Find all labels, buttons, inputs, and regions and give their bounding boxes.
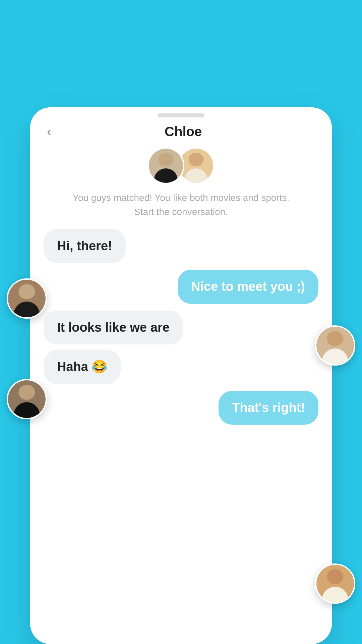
phone-notch: [158, 113, 204, 117]
floating-avatar-female-2: [315, 564, 355, 604]
message-bubble: Nice to meet you ;): [178, 270, 318, 304]
message-row: Haha 😂: [40, 350, 322, 384]
message-bubble: That's right!: [219, 391, 318, 425]
phone-frame: ‹ Chloe You guys matched! You like both …: [30, 107, 332, 644]
chat-header: ‹ Chloe: [30, 117, 332, 139]
back-button[interactable]: ‹: [47, 124, 51, 139]
message-row: Hi, there!: [40, 229, 322, 263]
floating-avatar-male-2: [7, 379, 47, 419]
message-bubble: Hi, there!: [44, 229, 126, 263]
message-group: It looks like we are Haha 😂: [40, 311, 322, 384]
chat-contact-name: Chloe: [51, 124, 315, 139]
chat-messages: Hi, there! Nice to meet you ;) It looks …: [30, 222, 332, 438]
message-row: It looks like we are: [40, 311, 322, 344]
match-description: You guys matched! You like both movies a…: [50, 191, 312, 219]
message-row: That's right!: [40, 391, 322, 425]
match-avatars: [30, 147, 332, 184]
message-bubble: It looks like we are: [44, 311, 183, 344]
avatar-male: [147, 147, 184, 184]
message-bubble: Haha 😂: [44, 350, 121, 384]
floating-avatar-female-1: [315, 325, 355, 366]
message-row: Nice to meet you ;): [40, 270, 322, 304]
floating-avatar-male-1: [7, 278, 47, 319]
